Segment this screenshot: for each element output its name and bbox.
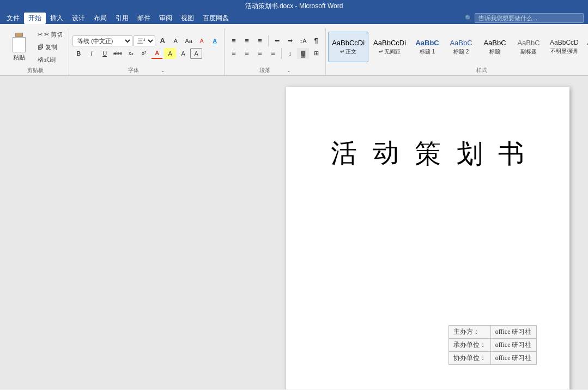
font-expand-button[interactable]: ⌄ <box>161 68 165 73</box>
copy-button[interactable]: 🗐 复制 <box>35 42 65 52</box>
info-label: 协办单位： <box>448 352 490 365</box>
style-h2-preview: AaBbC <box>450 39 472 47</box>
main-area: 活动策划书 主办方：office 研习社承办单位：office 研习社协办单位：… <box>0 76 588 389</box>
info-label: 承办单位： <box>448 339 490 352</box>
change-case-button[interactable]: Aa <box>183 35 195 46</box>
document-page: 活动策划书 主办方：office 研习社承办单位：office 研习社协办单位：… <box>286 87 569 389</box>
menu-home[interactable]: 开始 <box>24 13 46 24</box>
increase-indent-button[interactable]: ➡ <box>284 35 296 46</box>
format-painter-button[interactable]: 格式刷 <box>35 55 65 65</box>
align-center-button[interactable]: ≡ <box>241 48 253 59</box>
list-number-button[interactable]: ≡ <box>241 35 253 46</box>
styles-group: AaBbCcDi ↵ 正文 AaBbCcDi ↵ 无间距 AaBbC 标题 1 … <box>326 28 588 75</box>
highlight-button[interactable]: A <box>164 48 176 59</box>
clear-format-button[interactable]: A <box>196 35 208 46</box>
style-emphasis[interactable]: AaBbCcD 强调 <box>584 32 588 62</box>
subscript-button[interactable]: x₂ <box>125 48 137 59</box>
menu-file[interactable]: 文件 <box>2 13 24 24</box>
info-value: office 研习社 <box>490 339 536 352</box>
style-no-spacing[interactable]: AaBbCcDi ↵ 无间距 <box>369 32 410 62</box>
para-row1: ≡ ≡ ≡ ⬅ ➡ ↕A ¶ <box>228 35 322 46</box>
font-color-button[interactable]: A <box>151 48 163 59</box>
title-text: 活动策划书.docx - Microsoft Word <box>4 2 584 11</box>
menu-mail[interactable]: 邮件 <box>133 13 155 24</box>
font-name-select[interactable]: 等线 (中文正) <box>72 35 132 46</box>
font-size-select[interactable]: 三号 <box>134 35 155 46</box>
align-right-button[interactable]: ≡ <box>254 48 266 59</box>
menu-references[interactable]: 引用 <box>111 13 133 24</box>
menu-layout[interactable]: 布局 <box>89 13 111 24</box>
list-bullet-button[interactable]: ≡ <box>228 35 240 46</box>
decrease-indent-button[interactable]: ⬅ <box>271 35 283 46</box>
italic-button[interactable]: I <box>86 48 98 59</box>
info-row: 主办方：office 研习社 <box>448 326 536 339</box>
underline-button[interactable]: U <box>99 48 111 59</box>
show-hide-button[interactable]: ¶ <box>310 35 322 46</box>
style-subtitle-preview: AaBbC <box>517 39 539 47</box>
style-h1-label: 标题 1 <box>420 48 435 56</box>
border-button[interactable]: A <box>190 48 202 59</box>
ribbon: 粘贴 ✂ ✂ 剪切 🗐 复制 格式刷 剪贴板 等线 (中文正) 三号 <box>0 24 588 76</box>
style-heading2[interactable]: AaBbC 标题 2 <box>445 32 477 62</box>
style-heading1[interactable]: AaBbC 标题 1 <box>411 32 444 62</box>
align-left-button[interactable]: ≡ <box>228 48 240 59</box>
clipboard-label: 剪贴板 <box>5 67 65 74</box>
style-title[interactable]: AaBbC 标题 <box>478 32 511 62</box>
menu-insert[interactable]: 插入 <box>46 13 68 24</box>
separator2 <box>281 48 282 59</box>
sort-button[interactable]: ↕A <box>297 35 309 46</box>
style-normal-preview: AaBbCcDi <box>332 39 365 47</box>
font-shrink-button[interactable]: A <box>169 35 181 46</box>
separator1 <box>268 35 269 46</box>
para-row2: ≡ ≡ ≡ ≡ ↕ ▓ ⊞ <box>228 48 322 59</box>
style-h2-label: 标题 2 <box>453 48 469 56</box>
info-row: 协办单位：office 研习社 <box>448 352 536 365</box>
style-normal[interactable]: AaBbCcDi ↵ 正文 <box>328 32 368 62</box>
border-para-button[interactable]: ⊞ <box>310 48 322 59</box>
strikethrough-button[interactable]: abc <box>112 48 124 59</box>
style-h1-preview: AaBbC <box>415 39 439 47</box>
font-grow-button[interactable]: A <box>156 35 168 46</box>
info-value: office 研习社 <box>490 326 536 339</box>
search-input[interactable] <box>475 13 584 23</box>
style-subtitle[interactable]: AaBbC 副标题 <box>512 32 545 62</box>
style-subtitle-label: 副标题 <box>520 48 537 56</box>
sidebar <box>0 76 267 389</box>
style-nospacing-preview: AaBbCcDi <box>373 39 406 47</box>
paragraph-group: ≡ ≡ ≡ ⬅ ➡ ↕A ¶ ≡ ≡ ≡ ≡ ↕ ▓ ⊞ <box>225 28 326 75</box>
menu-baidu[interactable]: 百度网盘 <box>198 13 233 24</box>
menu-review[interactable]: 审阅 <box>155 13 177 24</box>
font-label: 字体 ⌄ <box>72 67 221 74</box>
para-expand-button[interactable]: ⌄ <box>287 68 291 73</box>
font-row1: 等线 (中文正) 三号 A A Aa A A <box>72 35 221 46</box>
menu-design[interactable]: 设计 <box>68 13 89 24</box>
style-subtle-emphasis[interactable]: AaBbCcD 不明显强调 <box>546 32 583 62</box>
info-row: 承办单位：office 研习社 <box>448 339 536 352</box>
paste-button[interactable]: 粘贴 <box>5 28 33 65</box>
info-table: 主办方：office 研习社承办单位：office 研习社协办单位：office… <box>448 325 537 365</box>
text-effects-button[interactable]: A <box>209 35 221 46</box>
font-row2: B I U abc x₂ x² A A A A <box>72 48 221 59</box>
font-group: 等线 (中文正) 三号 A A Aa A A B I U abc x₂ <box>69 28 225 75</box>
menu-view[interactable]: 视图 <box>177 13 198 24</box>
clipboard-actions: ✂ ✂ 剪切 🗐 复制 格式刷 <box>35 28 65 65</box>
document-area[interactable]: 活动策划书 主办方：office 研习社承办单位：office 研习社协办单位：… <box>267 76 588 389</box>
shading-para-button[interactable]: ▓ <box>297 48 309 59</box>
shading-button[interactable]: A <box>177 48 189 59</box>
style-normal-label: ↵ 正文 <box>340 48 357 56</box>
style-title-label: 标题 <box>489 48 500 56</box>
paragraph-label: 段落 ⌄ <box>228 67 322 74</box>
superscript-button[interactable]: x² <box>138 48 150 59</box>
clipboard-group: 粘贴 ✂ ✂ 剪切 🗐 复制 格式刷 剪贴板 <box>4 28 69 75</box>
justify-button[interactable]: ≡ <box>267 48 279 59</box>
style-nospacing-label: ↵ 无间距 <box>379 48 401 56</box>
menu-bar: 文件 开始 插入 设计 布局 引用 邮件 审阅 视图 百度网盘 <box>0 12 465 24</box>
search-bar: 🔍 <box>465 13 588 23</box>
bold-button[interactable]: B <box>72 48 84 59</box>
line-spacing-button[interactable]: ↕ <box>284 48 296 59</box>
multilevel-list-button[interactable]: ≡ <box>254 35 266 46</box>
style-se-label: 不明显强调 <box>550 47 578 55</box>
style-se-preview: AaBbCcD <box>550 39 579 46</box>
title-bar: 活动策划书.docx - Microsoft Word <box>0 0 588 12</box>
cut-button[interactable]: ✂ ✂ 剪切 <box>35 29 65 40</box>
